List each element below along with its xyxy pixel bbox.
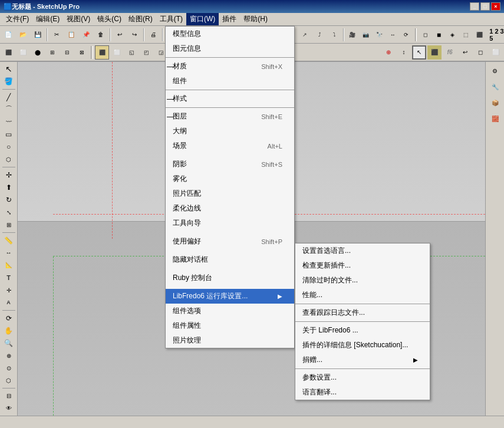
sub-check-updates[interactable]: 检查更新插件... (295, 258, 430, 273)
new-button[interactable]: 📄 (1, 28, 15, 42)
camera-t5[interactable]: ⟳ (400, 28, 413, 42)
style-t3[interactable]: ◈ (446, 28, 459, 42)
menu-model-info[interactable]: 模型信息 (166, 27, 294, 41)
display-t2[interactable]: ⬜ (110, 45, 124, 60)
style-t1[interactable]: ◻ (419, 28, 431, 42)
r1[interactable]: ⊕ (381, 45, 396, 60)
r2[interactable]: ↕ (397, 45, 411, 60)
sub-clear-old-files[interactable]: 清除过时的文件... (295, 273, 430, 288)
view-iso[interactable]: ⬛ (1, 45, 15, 60)
menu-hide-dialogs[interactable]: 隐藏对话框 (166, 252, 294, 267)
sub-plugin-details[interactable]: 插件的详细信息 [Sketchucation]... (295, 338, 430, 353)
undo-button[interactable]: ↩ (113, 28, 127, 42)
sub-params[interactable]: 参数设置... (295, 370, 430, 385)
view-back[interactable]: ⊟ (60, 45, 74, 60)
pushpull-tool[interactable]: ⬆ (1, 182, 17, 193)
pan-tool[interactable]: ✋ (1, 325, 17, 337)
menu-draw[interactable]: 绘图(R) (125, 13, 156, 25)
t10[interactable]: ↗ (298, 28, 312, 42)
zoom-prev[interactable]: ⬡ (1, 374, 17, 386)
cut-button[interactable]: ✂ (50, 28, 64, 42)
offset-tool[interactable]: ⊞ (1, 219, 17, 231)
section-tool[interactable]: ⊟ (1, 390, 17, 402)
open-button[interactable]: 📂 (16, 28, 30, 42)
menu-outline[interactable]: 大纲 (166, 124, 294, 139)
style-t2[interactable]: ◼ (433, 28, 445, 42)
3dtext-tool[interactable]: A (1, 297, 17, 308)
freehand-tool[interactable]: 〰 (1, 116, 17, 128)
minimize-button[interactable]: _ (470, 2, 479, 11)
rt4[interactable]: 🧱 (487, 111, 503, 126)
menu-libfredo6[interactable]: LibFredo6 运行库设置... ▶ (166, 289, 294, 304)
menu-styles[interactable]: — 样式 (166, 91, 294, 106)
axis-tool[interactable]: ✛ (1, 284, 17, 296)
sub-donate[interactable]: 捐赠... ▶ (295, 353, 430, 367)
close-button[interactable]: × (491, 2, 500, 11)
view-front[interactable]: ⬤ (31, 45, 45, 60)
menu-tools[interactable]: 工具(T) (156, 13, 186, 25)
sub-about[interactable]: 关于 LibFredo6 ... (295, 323, 430, 338)
erase-button[interactable]: 🗑 (94, 28, 108, 42)
menu-entity-info[interactable]: 图元信息 (166, 41, 294, 56)
menu-materials[interactable]: — 材质 Shift+X (166, 59, 294, 74)
select-tool[interactable]: ↖ (1, 63, 17, 75)
arc-tool[interactable]: ⌒ (1, 104, 17, 116)
display-t4[interactable]: ◰ (139, 45, 153, 60)
tape-tool[interactable]: 📏 (1, 235, 17, 246)
style-t5[interactable]: ⬛ (473, 28, 486, 42)
sub-translate[interactable]: 语言翻译... (295, 385, 430, 400)
menu-components[interactable]: 组件 (166, 74, 294, 88)
scale-tool[interactable]: ⤡ (1, 206, 17, 218)
protractor-tool[interactable]: 📐 (1, 259, 17, 271)
menu-preferences[interactable]: 使用偏好 Shift+P (166, 234, 294, 249)
view-bottom[interactable]: ⊠ (75, 45, 89, 60)
paint-tool[interactable]: 🪣 (1, 75, 17, 87)
menu-window[interactable]: 窗口(W) (186, 13, 219, 25)
menu-component-options[interactable]: 组件选项 (166, 304, 294, 318)
save-button[interactable]: 💾 (31, 28, 45, 42)
redo-button[interactable]: ↪ (127, 28, 141, 42)
print-button[interactable]: 🖨 (146, 28, 160, 42)
dim-tool[interactable]: ↔ (1, 247, 17, 259)
menu-tool-guide[interactable]: 工具向导 (166, 216, 294, 231)
menu-layers[interactable]: — 图层 Shift+E (166, 109, 294, 124)
menu-edit[interactable]: 编辑(E) (32, 13, 63, 25)
camera-t1[interactable]: 🎥 (346, 28, 358, 42)
walkthrough[interactable]: 👁 (1, 403, 17, 414)
camera-t3[interactable]: 🔭 (373, 28, 386, 42)
rt3[interactable]: 📦 (487, 95, 503, 110)
t11[interactable]: ⤴ (312, 28, 327, 42)
menu-photo-match[interactable]: 照片匹配 (166, 186, 294, 201)
copy-button[interactable]: 📋 (64, 28, 78, 42)
menu-help[interactable]: 帮助(H) (240, 13, 271, 25)
menu-camera[interactable]: 镜头(C) (94, 13, 125, 25)
zoom-tool[interactable]: 🔍 (1, 337, 17, 349)
line-tool[interactable]: ╱ (1, 91, 17, 103)
display-t1[interactable]: ⬛ (95, 45, 109, 60)
rt2[interactable]: 🔧 (487, 79, 503, 94)
text-tool[interactable]: T (1, 272, 17, 284)
polygon-tool[interactable]: ⬡ (1, 153, 17, 165)
menu-soften-edges[interactable]: 柔化边线 (166, 201, 294, 216)
rect-tool[interactable]: ▭ (1, 129, 17, 140)
t12[interactable]: ⤵ (327, 28, 341, 42)
move-tool[interactable]: ✢ (1, 169, 17, 181)
maximize-button[interactable]: □ (480, 2, 490, 11)
sub-performance[interactable]: 性能... (295, 288, 430, 302)
style-t4[interactable]: ⬚ (460, 28, 472, 42)
menu-photo-texture[interactable]: 照片纹理 (166, 333, 294, 348)
rotate-tool[interactable]: ↻ (1, 194, 17, 206)
menu-view[interactable]: 视图(V) (63, 13, 94, 25)
menu-fog[interactable]: 雾化 (166, 172, 294, 186)
menu-scenes[interactable]: 场景 Alt+L (166, 139, 294, 153)
menu-component-attrs[interactable]: 组件属性 (166, 318, 294, 333)
display-t3[interactable]: ◱ (124, 45, 139, 60)
zoom-extents[interactable]: ⊙ (1, 362, 17, 374)
camera-t4[interactable]: ↔ (387, 28, 399, 42)
paste-button[interactable]: 📌 (79, 28, 93, 42)
menu-shadows[interactable]: 阴影 Shift+S (166, 157, 294, 172)
r6[interactable]: ↩ (458, 45, 472, 60)
menu-ruby-console[interactable]: Ruby 控制台 (166, 271, 294, 285)
view-top[interactable]: ⬜ (16, 45, 30, 60)
rt1[interactable]: ⚙ (487, 63, 503, 78)
